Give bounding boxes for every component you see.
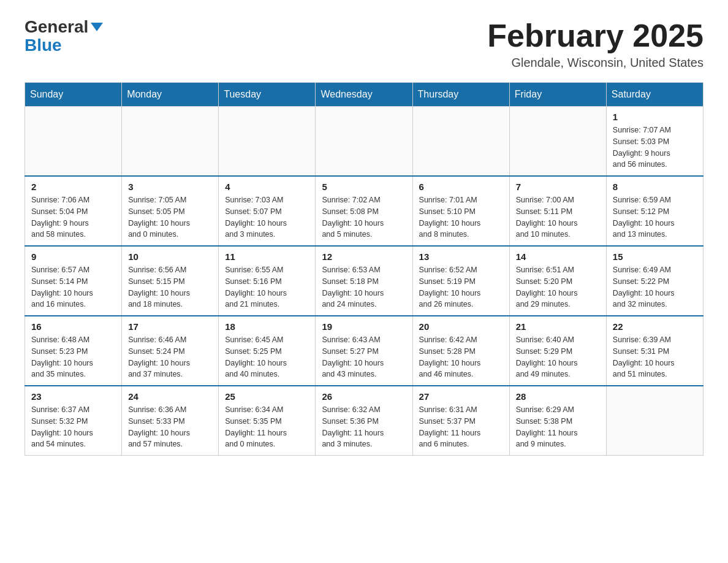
day-number: 25 [225,391,309,402]
weekday-header-monday: Monday [122,83,219,107]
day-number: 28 [516,391,600,402]
day-info: Sunrise: 6:42 AM Sunset: 5:28 PM Dayligh… [419,334,503,380]
day-info: Sunrise: 6:37 AM Sunset: 5:32 PM Dayligh… [31,404,115,450]
day-number: 24 [128,391,212,402]
calendar-cell-w3-d2: 10Sunrise: 6:56 AM Sunset: 5:15 PM Dayli… [122,246,219,316]
calendar-cell-w2-d5: 6Sunrise: 7:01 AM Sunset: 5:10 PM Daylig… [412,176,509,246]
day-number: 23 [31,391,115,402]
day-number: 21 [516,321,600,332]
calendar-cell-w4-d7: 22Sunrise: 6:39 AM Sunset: 5:31 PM Dayli… [606,316,703,386]
day-number: 5 [322,182,406,192]
title-area: February 2025 Glendale, Wisconsin, Unite… [487,18,703,70]
calendar-cell-w2-d3: 4Sunrise: 7:03 AM Sunset: 5:07 PM Daylig… [219,176,316,246]
day-info: Sunrise: 6:34 AM Sunset: 5:35 PM Dayligh… [225,404,309,450]
day-info: Sunrise: 6:36 AM Sunset: 5:33 PM Dayligh… [128,404,212,450]
calendar-cell-w1-d4 [316,107,412,177]
day-info: Sunrise: 6:53 AM Sunset: 5:18 PM Dayligh… [322,264,406,310]
calendar-cell-w2-d7: 8Sunrise: 6:59 AM Sunset: 5:12 PM Daylig… [606,176,703,246]
day-info: Sunrise: 7:03 AM Sunset: 5:07 PM Dayligh… [225,194,309,240]
calendar-table: SundayMondayTuesdayWednesdayThursdayFrid… [25,82,703,456]
calendar-cell-w5-d4: 26Sunrise: 6:32 AM Sunset: 5:36 PM Dayli… [316,386,412,456]
calendar-cell-w1-d6 [509,107,606,177]
day-info: Sunrise: 7:01 AM Sunset: 5:10 PM Dayligh… [419,194,503,240]
calendar-cell-w3-d7: 15Sunrise: 6:49 AM Sunset: 5:22 PM Dayli… [606,246,703,316]
day-info: Sunrise: 6:32 AM Sunset: 5:36 PM Dayligh… [322,404,406,450]
day-info: Sunrise: 7:07 AM Sunset: 5:03 PM Dayligh… [613,124,697,170]
calendar-cell-w3-d6: 14Sunrise: 6:51 AM Sunset: 5:20 PM Dayli… [509,246,606,316]
calendar-week-2: 2Sunrise: 7:06 AM Sunset: 5:04 PM Daylig… [25,176,703,246]
day-info: Sunrise: 6:49 AM Sunset: 5:22 PM Dayligh… [613,264,697,310]
day-info: Sunrise: 7:02 AM Sunset: 5:08 PM Dayligh… [322,194,406,240]
day-info: Sunrise: 6:52 AM Sunset: 5:19 PM Dayligh… [419,264,503,310]
weekday-header-saturday: Saturday [606,83,703,107]
day-info: Sunrise: 7:06 AM Sunset: 5:04 PM Dayligh… [31,194,115,240]
day-info: Sunrise: 6:31 AM Sunset: 5:37 PM Dayligh… [419,404,503,450]
calendar-cell-w4-d5: 20Sunrise: 6:42 AM Sunset: 5:28 PM Dayli… [412,316,509,386]
logo-line2: Blue [25,37,62,54]
day-number: 22 [613,321,697,332]
day-number: 6 [419,182,503,192]
day-number: 3 [128,182,212,192]
day-info: Sunrise: 6:59 AM Sunset: 5:12 PM Dayligh… [613,194,697,240]
page-header: General Blue February 2025 Glendale, Wis… [25,18,703,70]
day-number: 10 [128,251,212,262]
calendar-cell-w2-d1: 2Sunrise: 7:06 AM Sunset: 5:04 PM Daylig… [25,176,122,246]
location: Glendale, Wisconsin, United States [487,56,703,70]
day-number: 14 [516,251,600,262]
calendar-cell-w4-d4: 19Sunrise: 6:43 AM Sunset: 5:27 PM Dayli… [316,316,412,386]
logo: General Blue [25,18,103,54]
day-info: Sunrise: 6:55 AM Sunset: 5:16 PM Dayligh… [225,264,309,310]
calendar-cell-w5-d2: 24Sunrise: 6:36 AM Sunset: 5:33 PM Dayli… [122,386,219,456]
day-number: 20 [419,321,503,332]
day-info: Sunrise: 7:05 AM Sunset: 5:05 PM Dayligh… [128,194,212,240]
day-number: 26 [322,391,406,402]
calendar-cell-w5-d5: 27Sunrise: 6:31 AM Sunset: 5:37 PM Dayli… [412,386,509,456]
day-number: 16 [31,321,115,332]
day-info: Sunrise: 6:46 AM Sunset: 5:24 PM Dayligh… [128,334,212,380]
calendar-cell-w1-d1 [25,107,122,177]
weekday-header-thursday: Thursday [412,83,509,107]
day-number: 4 [225,182,309,192]
calendar-cell-w3-d4: 12Sunrise: 6:53 AM Sunset: 5:18 PM Dayli… [316,246,412,316]
day-number: 8 [613,182,697,192]
calendar-cell-w1-d7: 1Sunrise: 7:07 AM Sunset: 5:03 PM Daylig… [606,107,703,177]
day-info: Sunrise: 6:29 AM Sunset: 5:38 PM Dayligh… [516,404,600,450]
calendar-header-row: SundayMondayTuesdayWednesdayThursdayFrid… [25,83,703,107]
day-info: Sunrise: 6:57 AM Sunset: 5:14 PM Dayligh… [31,264,115,310]
calendar-week-5: 23Sunrise: 6:37 AM Sunset: 5:32 PM Dayli… [25,386,703,456]
calendar-week-1: 1Sunrise: 7:07 AM Sunset: 5:03 PM Daylig… [25,107,703,177]
day-number: 27 [419,391,503,402]
day-number: 18 [225,321,309,332]
day-number: 11 [225,251,309,262]
calendar-cell-w3-d1: 9Sunrise: 6:57 AM Sunset: 5:14 PM Daylig… [25,246,122,316]
calendar-cell-w2-d6: 7Sunrise: 7:00 AM Sunset: 5:11 PM Daylig… [509,176,606,246]
day-number: 13 [419,251,503,262]
day-number: 7 [516,182,600,192]
calendar-cell-w4-d2: 17Sunrise: 6:46 AM Sunset: 5:24 PM Dayli… [122,316,219,386]
day-info: Sunrise: 6:48 AM Sunset: 5:23 PM Dayligh… [31,334,115,380]
day-info: Sunrise: 6:39 AM Sunset: 5:31 PM Dayligh… [613,334,697,380]
day-number: 19 [322,321,406,332]
logo-line1: General [25,18,103,36]
calendar-cell-w4-d3: 18Sunrise: 6:45 AM Sunset: 5:25 PM Dayli… [219,316,316,386]
day-info: Sunrise: 6:45 AM Sunset: 5:25 PM Dayligh… [225,334,309,380]
weekday-header-sunday: Sunday [25,83,122,107]
calendar-week-4: 16Sunrise: 6:48 AM Sunset: 5:23 PM Dayli… [25,316,703,386]
weekday-header-wednesday: Wednesday [316,83,412,107]
day-number: 17 [128,321,212,332]
day-number: 1 [613,112,697,122]
calendar-cell-w2-d4: 5Sunrise: 7:02 AM Sunset: 5:08 PM Daylig… [316,176,412,246]
weekday-header-tuesday: Tuesday [219,83,316,107]
calendar-cell-w4-d1: 16Sunrise: 6:48 AM Sunset: 5:23 PM Dayli… [25,316,122,386]
day-number: 12 [322,251,406,262]
calendar-week-3: 9Sunrise: 6:57 AM Sunset: 5:14 PM Daylig… [25,246,703,316]
calendar-cell-w4-d6: 21Sunrise: 6:40 AM Sunset: 5:29 PM Dayli… [509,316,606,386]
calendar-cell-w3-d5: 13Sunrise: 6:52 AM Sunset: 5:19 PM Dayli… [412,246,509,316]
calendar-cell-w1-d5 [412,107,509,177]
month-title: February 2025 [487,18,703,53]
calendar-cell-w5-d7 [606,386,703,456]
day-number: 9 [31,251,115,262]
calendar-cell-w5-d3: 25Sunrise: 6:34 AM Sunset: 5:35 PM Dayli… [219,386,316,456]
day-info: Sunrise: 6:56 AM Sunset: 5:15 PM Dayligh… [128,264,212,310]
logo-triangle-icon [91,23,103,31]
